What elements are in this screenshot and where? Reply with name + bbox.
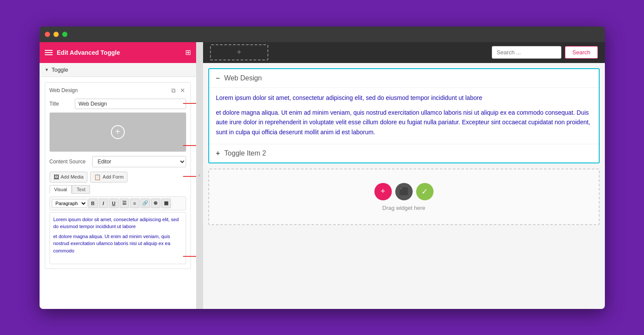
toggle-arrow-icon: ▼ (45, 67, 49, 72)
toggle-minus-icon: – (216, 74, 220, 82)
format-toolbar: Paragraph B I U ☰ ≡ 🔗 ⊗ ▦ (50, 196, 186, 210)
minimize-button[interactable] (53, 32, 59, 37)
widget-icon-green[interactable]: ✓ (416, 183, 434, 200)
title-label: Title (50, 101, 71, 107)
close-card-button[interactable]: ✕ (179, 87, 186, 94)
toggle-content-p2: et dolore magna aliqua. Ut enim ad minim… (216, 108, 592, 137)
widget-card: Web Design ⧉ ✕ Title (45, 82, 191, 269)
toggle-item-1-title: Web Design (224, 74, 262, 82)
table-button[interactable]: ▦ (161, 199, 171, 208)
tab-visual[interactable]: Visual (50, 185, 72, 194)
list-button[interactable]: ☰ (120, 199, 129, 208)
left-panel: Edit Advanced Toggle ⊞ ▼ Toggle Web Desi… (40, 42, 196, 309)
toggle-item-2-title: Toggle Item 2 (224, 149, 266, 157)
search-button[interactable]: Search (565, 46, 597, 59)
drag-widget-area: + ⬛ ✓ Drag widget here (208, 169, 600, 225)
content-source-row: Content Source Editor (50, 156, 186, 167)
editor-content[interactable]: Lorem ipsum dolor sit amet, consectetur … (50, 212, 186, 264)
main-content: Edit Advanced Toggle ⊞ ▼ Toggle Web Desi… (40, 42, 605, 309)
add-section-button[interactable]: + (210, 44, 269, 60)
list-ol-button[interactable]: ≡ (130, 199, 140, 208)
add-media-button[interactable]: 🖼 Add Media (50, 172, 88, 182)
close-button[interactable] (45, 32, 50, 37)
add-media-icon: + (111, 125, 125, 139)
title-form-row: Title 1 (50, 99, 186, 109)
side-collapse-button[interactable]: ‹ (196, 42, 203, 309)
content-source-label: Content Source (50, 159, 89, 165)
drag-label: Drag widget here (382, 205, 425, 211)
italic-button[interactable]: I (99, 199, 108, 208)
underline-button[interactable]: U (109, 199, 119, 208)
editor-tabs: Visual Text (50, 185, 186, 194)
duplicate-button[interactable]: ⧉ (170, 87, 177, 94)
hamburger-icon[interactable] (45, 50, 53, 55)
maximize-button[interactable] (62, 32, 67, 37)
right-header: + Search (203, 42, 605, 63)
add-widget-icon[interactable]: + (374, 183, 392, 200)
drag-icons: + ⬛ ✓ (374, 183, 434, 200)
link-button[interactable]: 🔗 (140, 199, 150, 208)
bold-button[interactable]: B (88, 199, 98, 208)
media-placeholder[interactable]: + (50, 113, 186, 152)
widget-icon-dark[interactable]: ⬛ (395, 183, 413, 200)
add-form-button[interactable]: 📋 Add Form (90, 172, 127, 182)
add-form-icon: 📋 (94, 174, 101, 180)
toggle-item-1-header[interactable]: – Web Design (209, 69, 599, 87)
strikethrough-button[interactable]: ⊗ (151, 199, 160, 208)
title-bar (40, 27, 605, 42)
widget-card-title: Web Design (50, 87, 78, 93)
title-input[interactable] (75, 99, 186, 109)
toggle-widget: – Web Design Lorem ipsum dolor sit amet,… (208, 68, 600, 164)
toggle-content-p1: Lorem ipsum dolor sit amet, consectetur … (216, 93, 592, 103)
widget-card-actions: ⧉ ✕ (170, 87, 186, 94)
paragraph-select[interactable]: Paragraph (52, 199, 87, 208)
toggle-item-1-content: Lorem ipsum dolor sit amet, consectetur … (209, 87, 599, 144)
editor-paragraph-2: et dolore magna aliqua. Ut enim ad minim… (53, 233, 182, 255)
toggle-label-row: ▼ Toggle (40, 63, 196, 77)
toggle-plus-icon: + (216, 149, 220, 157)
editor-paragraph-1: Lorem ipsum dolor sit amet, consectetur … (53, 216, 182, 230)
add-media-icon-small: 🖼 (53, 174, 59, 180)
right-body: – Web Design Lorem ipsum dolor sit amet,… (203, 63, 605, 309)
right-panel: + Search – Web Design Lorem ipsum dolor … (203, 42, 605, 309)
media-form-toolbar: 🖼 Add Media 📋 Add Form (50, 172, 186, 182)
widget-card-header: Web Design ⧉ ✕ (50, 87, 186, 94)
tab-text[interactable]: Text (72, 185, 90, 194)
toggle-section-label: Toggle (51, 66, 68, 73)
panel-body: Web Design ⧉ ✕ Title (40, 77, 196, 309)
grid-icon[interactable]: ⊞ (185, 48, 191, 56)
toggle-item-2-header[interactable]: + Toggle Item 2 (209, 144, 599, 163)
main-window: Edit Advanced Toggle ⊞ ▼ Toggle Web Desi… (40, 27, 605, 309)
panel-header: Edit Advanced Toggle ⊞ (40, 42, 196, 63)
search-input[interactable] (492, 46, 561, 59)
panel-title: Edit Advanced Toggle (57, 49, 181, 56)
content-source-select[interactable]: Editor (92, 156, 186, 167)
search-area: Search (492, 46, 597, 59)
